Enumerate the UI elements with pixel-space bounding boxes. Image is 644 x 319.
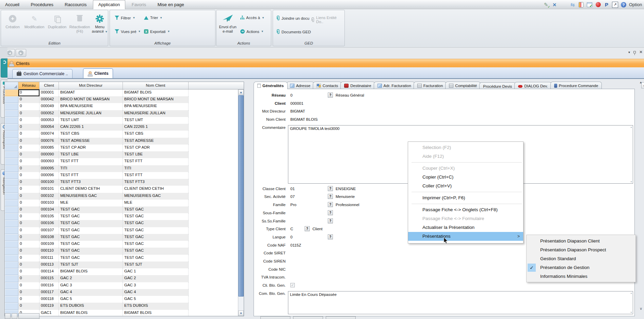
table-cell[interactable]: 0: [18, 282, 39, 289]
table-cell[interactable]: TEST GAC: [123, 241, 189, 248]
table-cell[interactable]: 0: [18, 303, 39, 309]
row-selector[interactable]: [5, 117, 18, 124]
column-header-reseau[interactable]: Réseau: [18, 82, 39, 89]
help-button[interactable]: ?: [305, 226, 310, 231]
table-cell[interactable]: TEST ADRESSE: [123, 138, 189, 145]
table-row[interactable]: 0000095TITITITI: [5, 165, 238, 172]
table-cell[interactable]: BIGMAT BLOIS: [59, 310, 123, 316]
table-cell[interactable]: 000053: [39, 117, 59, 124]
liens-entite-button[interactable]: Liens Entité Do..: [311, 16, 344, 24]
row-selector[interactable]: [5, 227, 18, 234]
table-cell[interactable]: GAC 4: [59, 289, 123, 296]
table-cell[interactable]: 0: [18, 220, 39, 227]
field-value[interactable]: Pro: [290, 203, 311, 207]
table-cell[interactable]: CAN 22265 1: [123, 124, 189, 131]
table-cell[interactable]: BPA MENUISERIE: [59, 103, 123, 110]
table-cell[interactable]: TEST CBS: [59, 131, 123, 137]
menu-avance-button[interactable]: Menu avancé ▼: [92, 14, 108, 34]
submenu-item[interactable]: Informations Minimales: [527, 272, 635, 281]
close-panel-icon[interactable]: ✕: [639, 50, 643, 54]
table-row[interactable]: 0000049BPA MENUISERIEBPA MENUISERIE: [5, 103, 238, 110]
parameter-icon[interactable]: P: [603, 2, 610, 8]
table-cell[interactable]: 0: [18, 255, 39, 262]
table-cell[interactable]: TEST GAC: [59, 241, 123, 248]
table-cell[interactable]: 000108: [39, 234, 59, 241]
table-cell[interactable]: 0: [18, 172, 39, 179]
table-cell[interactable]: 000105: [39, 213, 59, 220]
table-cell[interactable]: TEST GAC: [123, 227, 189, 234]
context-menu-item[interactable]: Couper (Ctrl+X): [408, 164, 523, 173]
help-button[interactable]: ?: [328, 194, 333, 199]
table-cell[interactable]: 000093: [39, 158, 59, 165]
submenu-item[interactable]: ✓Présentation de Gestion: [527, 263, 635, 272]
row-selector[interactable]: [5, 241, 18, 248]
row-selector[interactable]: [5, 275, 18, 282]
field-value[interactable]: 000001: [290, 101, 311, 105]
table-cell[interactable]: 000117: [39, 289, 59, 296]
shortcut-icon[interactable]: ↗: [612, 2, 618, 8]
task-check-icon[interactable]: [587, 2, 592, 7]
help-button[interactable]: ?: [328, 93, 333, 98]
table-cell[interactable]: 0: [18, 110, 39, 117]
table-cell[interactable]: GAC 5: [59, 296, 123, 303]
table-cell[interactable]: 0: [18, 275, 39, 282]
help-button[interactable]: ?: [328, 234, 333, 239]
table-cell[interactable]: GAC 2: [123, 275, 189, 282]
table-cell[interactable]: 0: [18, 248, 39, 254]
table-cell[interactable]: 0: [18, 262, 39, 268]
menu-tab-accueil[interactable]: Accueil: [0, 0, 25, 9]
table-row[interactable]: 0000042BRICO MONT DE MARSANBRICO MONT DE…: [5, 96, 238, 103]
table-cell[interactable]: ETS DUBOIS: [123, 303, 189, 309]
menu-tab-favoris[interactable]: Favoris: [127, 0, 151, 9]
table-row[interactable]: 0000115GAC 2GAC 2: [5, 275, 238, 282]
table-cell[interactable]: GAC 5: [123, 296, 189, 303]
row-selector[interactable]: [5, 89, 18, 96]
select-all-corner[interactable]: [5, 82, 18, 89]
table-cell[interactable]: 0: [18, 206, 39, 213]
table-scrollbar[interactable]: ▲ ▼: [238, 89, 244, 316]
validate-icon[interactable]: ✎: [543, 2, 549, 8]
table-cell[interactable]: 0: [18, 103, 39, 110]
detail-tab-5[interactable]: Adr. Facturation: [374, 82, 415, 89]
table-cell[interactable]: 000119: [39, 303, 59, 309]
table-cell[interactable]: TEST GAC: [123, 248, 189, 254]
table-row[interactable]: 0000118GAC 5GAC 5: [5, 296, 238, 303]
pin-icon[interactable]: [633, 51, 636, 53]
scroll-down-icon[interactable]: ▼: [630, 311, 632, 314]
table-cell[interactable]: TEST SJT: [59, 262, 123, 268]
creation-button[interactable]: + Création: [3, 14, 22, 29]
table-cell[interactable]: TEST SJT: [123, 262, 189, 268]
table-cell[interactable]: 0: [18, 124, 39, 131]
row-selector[interactable]: [5, 234, 18, 241]
menu-tab-raccourcis[interactable]: Raccourcis: [60, 0, 92, 9]
table-cell[interactable]: TEST GAC: [59, 248, 123, 254]
column-header-nom-client[interactable]: Nom Client: [123, 82, 189, 89]
table-cell[interactable]: MENUISERIES GAC: [59, 193, 123, 200]
menu-tab-application[interactable]: Application: [93, 0, 126, 10]
detail-tab-7[interactable]: Comptabilité: [445, 82, 481, 89]
forward-button[interactable]: ▶: [16, 49, 26, 57]
field-value[interactable]: 0: [290, 235, 311, 239]
table-cell[interactable]: TEST GAC: [59, 220, 123, 227]
table-row[interactable]: 0000114BIGMAT BLOISGAC 1: [5, 268, 238, 275]
menu-tab-procedures[interactable]: Procédures: [26, 0, 58, 9]
table-cell[interactable]: MENUISERIES GAC: [123, 193, 189, 200]
help-button[interactable]: ?: [328, 186, 333, 191]
scroll-up-icon[interactable]: ▲: [630, 292, 632, 294]
table-cell[interactable]: 000090: [39, 151, 59, 158]
actions-button[interactable]: ➜ Actions▼: [240, 29, 264, 34]
table-cell[interactable]: BIGMAT BLOIS: [123, 310, 189, 316]
help-button[interactable]: ?: [328, 210, 333, 215]
table-cell[interactable]: 000101: [39, 186, 59, 192]
table-cell[interactable]: 000052: [39, 110, 59, 117]
option-label[interactable]: Option: [629, 2, 643, 7]
context-menu-item[interactable]: Passage Fiche <-> Formulaire: [408, 214, 523, 223]
column-header-mot-directeur[interactable]: Mot Directeur: [59, 82, 123, 89]
field-value[interactable]: 0115Z: [290, 243, 311, 247]
row-selector[interactable]: [5, 145, 18, 151]
table-cell[interactable]: GAC 3: [59, 282, 123, 289]
field-value[interactable]: BIGMAT: [290, 109, 311, 113]
context-menu-item[interactable]: Présentations>: [408, 232, 523, 241]
detail-tab-2[interactable]: Adresse: [286, 82, 314, 89]
table-cell[interactable]: 000095: [39, 165, 59, 172]
